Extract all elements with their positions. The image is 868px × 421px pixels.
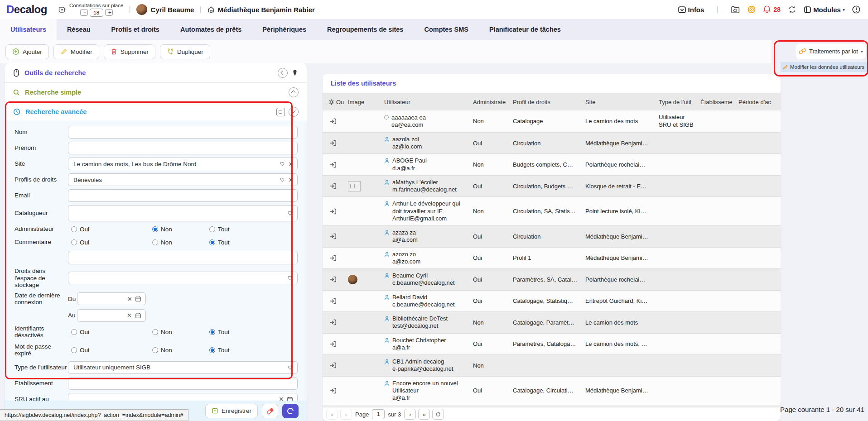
table-row[interactable]: Arthur Le développeur qui doit travaille… xyxy=(323,196,781,225)
add-button[interactable]: Ajouter xyxy=(5,44,49,59)
radio-administrateur-non[interactable]: Non xyxy=(152,226,209,233)
column-tools[interactable]: Ou xyxy=(323,99,348,105)
table-row[interactable]: CB1 Admin decalog e-paprika@decalog.net … xyxy=(323,354,781,376)
column-etablissement[interactable]: Établisseme xyxy=(700,99,738,105)
login-as-cell[interactable] xyxy=(323,334,348,354)
consultations-plus-button[interactable]: + xyxy=(105,9,113,16)
search-tools-header[interactable]: Outils de recherche xyxy=(5,63,307,83)
delete-button[interactable]: Supprimer xyxy=(104,44,155,59)
switch-context-icon[interactable] xyxy=(787,5,797,14)
infos-button[interactable]: Infos xyxy=(678,5,704,14)
table-row[interactable]: aaaaaaea ea ea@ea.com Non Catalogage Le … xyxy=(323,110,781,132)
table-row[interactable]: azaza za a@a.com Oui Circulation Médiath… xyxy=(323,225,781,247)
login-as-cell[interactable] xyxy=(323,355,348,376)
login-as-cell[interactable] xyxy=(323,201,348,222)
advanced-search-header[interactable]: Recherche avancée xyxy=(5,102,307,122)
help-icon[interactable] xyxy=(852,5,861,14)
calendar-icon[interactable] xyxy=(135,296,141,302)
favorite-icon[interactable] xyxy=(287,210,293,216)
clear-icon[interactable]: × xyxy=(127,311,132,319)
login-as-cell[interactable] xyxy=(323,111,348,132)
table-row[interactable]: Bibliothécaire DeTest test@decalog.net N… xyxy=(323,311,781,333)
prev-page-button[interactable]: ‹ xyxy=(340,409,352,420)
consultations-minus-button[interactable]: − xyxy=(80,9,88,16)
tab-peripheriques[interactable]: Périphériques xyxy=(252,19,317,40)
table-row[interactable]: Bellard David c.beaume@decalog.net Oui C… xyxy=(323,290,781,312)
save-template-icon[interactable] xyxy=(276,108,285,116)
run-search-button[interactable] xyxy=(282,404,299,418)
radio-commentaire-oui[interactable]: Oui xyxy=(68,239,152,246)
login-as-cell[interactable] xyxy=(323,312,348,333)
table-row[interactable]: aazola zol az@lo.com Oui Circulation Méd… xyxy=(323,132,781,154)
radio-mdp-non[interactable]: Non xyxy=(152,347,209,354)
column-periode[interactable]: Période d'ac xyxy=(738,99,781,105)
next-page-button[interactable]: › xyxy=(404,409,416,420)
current-user-name[interactable]: Cyril Beaume xyxy=(151,6,194,14)
modules-menu[interactable]: Modules ▾ xyxy=(804,6,845,14)
table-row[interactable]: Encore encore un nouvel Utilisateur a@a.… xyxy=(323,376,781,405)
column-image[interactable]: Image xyxy=(348,99,384,105)
prenom-input[interactable] xyxy=(72,144,293,152)
calendar-icon[interactable] xyxy=(135,312,141,319)
column-profil-droits[interactable]: Profil de droits xyxy=(513,99,585,105)
favorite-icon[interactable] xyxy=(279,177,285,183)
radio-commentaire-non[interactable]: Non xyxy=(152,239,209,246)
commentaire-input[interactable] xyxy=(72,254,293,262)
login-as-cell[interactable] xyxy=(323,176,348,196)
user-avatar[interactable] xyxy=(136,4,147,15)
login-as-cell[interactable] xyxy=(323,226,348,247)
radio-commentaire-tout[interactable]: Tout xyxy=(209,239,230,246)
simple-search-header[interactable]: Recherche simple xyxy=(5,83,307,102)
batch-actions-button[interactable]: Traitements par lot ▾ xyxy=(795,43,867,59)
login-as-cell[interactable] xyxy=(323,248,348,268)
save-search-button[interactable]: Enregistrer xyxy=(205,404,258,418)
date-du-input[interactable] xyxy=(82,295,127,303)
tab-profils-droits[interactable]: Profils et droits xyxy=(101,19,170,40)
site-input[interactable] xyxy=(72,160,279,168)
collapse-section-icon[interactable] xyxy=(289,87,299,97)
reset-search-button[interactable] xyxy=(262,404,278,418)
etablissement-input[interactable] xyxy=(72,379,293,387)
tab-automates[interactable]: Automates de prêts xyxy=(170,19,252,40)
radio-identifiants-tout[interactable]: Tout xyxy=(209,329,230,335)
favorite-icon[interactable] xyxy=(279,161,285,167)
tab-utilisateurs[interactable]: Utilisateurs xyxy=(0,19,57,40)
email-input[interactable] xyxy=(72,192,293,200)
column-administrateur[interactable]: Administrate xyxy=(473,99,513,105)
login-as-cell[interactable] xyxy=(323,154,348,175)
profils-input[interactable] xyxy=(72,176,279,184)
radio-mdp-tout[interactable]: Tout xyxy=(209,347,230,354)
favorite-icon[interactable] xyxy=(287,275,293,281)
login-as-cell[interactable] xyxy=(323,269,348,290)
batch-menu-item-edit-users[interactable]: Modifier les données utilisateurs xyxy=(781,62,868,72)
favorite-icon[interactable] xyxy=(287,364,293,371)
radio-identifiants-non[interactable]: Non xyxy=(152,329,209,335)
radio-mdp-oui[interactable]: Oui xyxy=(68,347,152,354)
signal-rings-icon[interactable] xyxy=(747,5,756,14)
table-row[interactable]: Beaume Cyril c.beaume@decalog.net Oui Pa… xyxy=(323,268,781,290)
radio-administrateur-oui[interactable]: Oui xyxy=(68,226,152,233)
catalogueur-input[interactable] xyxy=(72,210,287,217)
table-row[interactable]: azozo zo a@zo.com Oui Profil 1 Médiathèq… xyxy=(323,247,781,269)
date-au-input[interactable] xyxy=(82,311,127,319)
clear-icon[interactable]: × xyxy=(127,295,132,303)
type-utilisateur-input[interactable] xyxy=(72,364,287,371)
radio-administrateur-tout[interactable]: Tout xyxy=(209,226,230,233)
tab-reseau[interactable]: Réseau xyxy=(57,19,101,40)
login-as-cell[interactable] xyxy=(323,133,348,153)
tab-comptes-sms[interactable]: Comptes SMS xyxy=(414,19,479,40)
tab-regroupements[interactable]: Regroupements de sites xyxy=(317,19,414,40)
droits-stockage-input[interactable] xyxy=(72,274,287,282)
expand-section-icon[interactable] xyxy=(289,107,299,117)
folder-cloud-icon[interactable] xyxy=(731,5,740,14)
pin-icon[interactable] xyxy=(291,69,299,77)
table-row[interactable]: aMathys L'écolier m.farineau@decalog.net… xyxy=(323,175,781,197)
current-library-name[interactable]: Médiathèque Benjamin Rabier xyxy=(218,6,315,14)
last-page-button[interactable]: » xyxy=(418,409,430,420)
column-type[interactable]: Type de l'util xyxy=(659,99,700,105)
table-row[interactable]: Bouchet Christopher a@a.fr Oui Paramètre… xyxy=(323,333,781,355)
clear-icon[interactable]: × xyxy=(289,160,293,168)
login-as-cell[interactable] xyxy=(323,291,348,311)
page-number-input[interactable] xyxy=(372,409,385,419)
column-site[interactable]: Site xyxy=(585,99,659,105)
